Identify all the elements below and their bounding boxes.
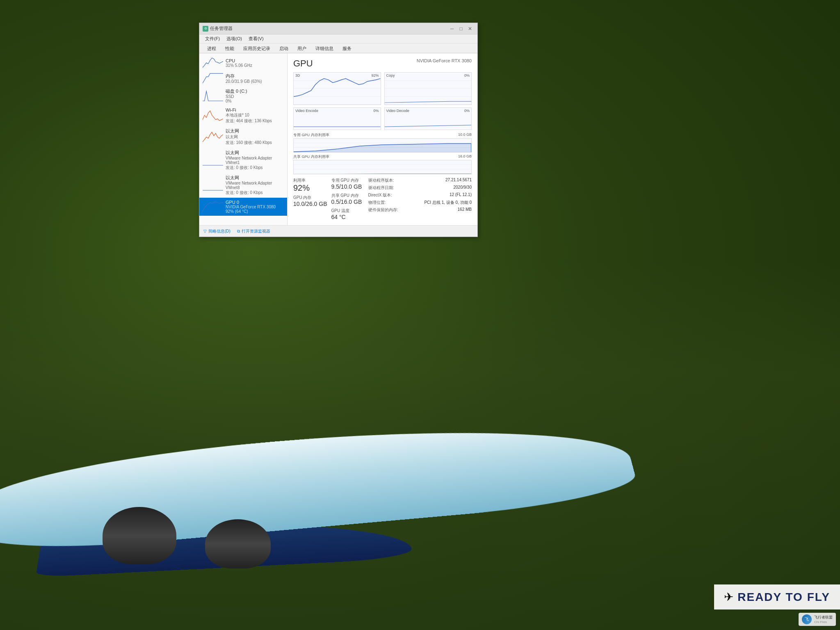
- gpu-label: GPU 0: [226, 200, 284, 205]
- stat-dedicated-mem: 专用 GPU 内存 9.5/10.0 GB: [331, 178, 364, 190]
- gpu-title: GPU: [293, 58, 313, 69]
- gpu-model: NVIDIA GeForce RTX 3080: [417, 58, 472, 63]
- sidebar-item-eth1[interactable]: 以太网 以太网 发送: 160 接收: 480 Kbps: [199, 126, 287, 148]
- eth3-sparkline: [203, 180, 223, 191]
- dedicated-mem-max: 10.0 GB: [458, 132, 472, 138]
- tab-users[interactable]: 用户: [293, 43, 311, 53]
- stat-col-main: 利用率 92% GPU 内存 10.0/26.0 GB: [293, 178, 327, 220]
- stats-section: 利用率 92% GPU 内存 10.0/26.0 GB 专用 GPU 内存 9.…: [293, 178, 472, 220]
- ready-to-fly-text: READY TO FLY: [737, 591, 830, 604]
- shared-mem-grid: [294, 160, 471, 174]
- sidebar-item-eth2[interactable]: 以太网 VMware Network Adapter VMnet1 发送: 0 …: [199, 148, 287, 173]
- plane-engine-1: [103, 507, 176, 564]
- gpu-mem-label: GPU 内存: [293, 195, 327, 201]
- shared-mem-section: 共享 GPU 内存利用率 16.0 GB: [293, 154, 472, 174]
- eth1-sparkline: [203, 131, 223, 143]
- tab-process[interactable]: 进程: [203, 43, 221, 53]
- minimize-button[interactable]: ─: [448, 25, 456, 33]
- chart-decode-value: 0%: [464, 109, 470, 113]
- title-bar: ⚙ 任务管理器 ─ □ ✕: [199, 23, 477, 34]
- sidebar-item-wifi[interactable]: Wi-Fi 本地连接* 10 发送: 464 接收: 136 Kbps: [199, 105, 287, 126]
- dedicated-mem-section: 专用 GPU 内存利用率 10.0 GB: [293, 132, 472, 153]
- stat-shared-mem: 共享 GPU 内存 0.5/16.0 GB: [331, 193, 364, 205]
- summary-link[interactable]: ▽ 简略信息(D): [203, 228, 231, 234]
- cpu-sparkline: [203, 57, 223, 68]
- mem-text-area: 内存 20.0/31.9 GB (63%): [226, 73, 284, 84]
- wifi-label: Wi-Fi: [226, 107, 284, 112]
- disk-label: 磁盘 0 (C:): [226, 88, 284, 94]
- tab-performance[interactable]: 性能: [221, 43, 239, 53]
- eth3-sub: VMware Network Adapter VMnet8: [226, 181, 284, 190]
- monitor-icon: ⧉: [237, 229, 240, 234]
- directx-value: 12 (FL 12.1): [450, 192, 472, 198]
- menu-view[interactable]: 查看(V): [246, 35, 266, 43]
- sidebar-item-disk[interactable]: 磁盘 0 (C:) SSD 0%: [199, 86, 287, 105]
- sidebar-item-cpu[interactable]: CPU 31% 5.06 GHz: [199, 55, 287, 71]
- tab-services[interactable]: 服务: [338, 43, 356, 53]
- eth2-sub: VMware Network Adapter VMnet1: [226, 156, 284, 165]
- chart-encode-value: 0%: [373, 109, 379, 113]
- wifi-text-area: Wi-Fi 本地连接* 10 发送: 464 接收: 136 Kbps: [226, 107, 284, 124]
- watermark: 飞 飞行者联盟 Chi Flies: [799, 613, 836, 626]
- task-manager-window: ⚙ 任务管理器 ─ □ ✕ 文件(F) 选项(O) 查看(V) 进程 性能 应用…: [199, 23, 478, 237]
- driver-date-value: 2020/9/30: [454, 185, 472, 191]
- driver-version-label: 驱动程序版本:: [368, 178, 394, 183]
- chart-3d-svg: [294, 73, 381, 105]
- watermark-sub: Chi Flies: [814, 620, 833, 624]
- plane-engine-2: [205, 519, 271, 568]
- cpu-label: CPU: [226, 58, 284, 63]
- temp-label: GPU 温度: [331, 208, 364, 214]
- eth1-sub2: 发送: 160 接收: 480 Kbps: [226, 140, 284, 146]
- gpu-sub2: 92% (64 °C): [226, 209, 284, 214]
- disk-text-area: 磁盘 0 (C:) SSD 0%: [226, 88, 284, 103]
- wifi-sparkline: [203, 110, 223, 121]
- wifi-sub: 本地连接* 10: [226, 112, 284, 118]
- tab-startup[interactable]: 启动: [275, 43, 293, 53]
- eth2-label: 以太网: [226, 150, 284, 156]
- hw-reserve-row: 硬件保留的内存: 162 MB: [368, 207, 472, 213]
- sidebar-item-memory[interactable]: 内存 20.0/31.9 GB (63%): [199, 71, 287, 86]
- content-area: CPU 31% 5.06 GHz 内存 20.0/31.9 GB (63%) 磁…: [199, 53, 477, 225]
- menu-bar: 文件(F) 选项(O) 查看(V): [199, 34, 477, 43]
- tab-details[interactable]: 详细信息: [311, 43, 338, 53]
- airplane-icon: ✈: [724, 590, 733, 604]
- wifi-sub2: 发送: 464 接收: 136 Kbps: [226, 118, 284, 124]
- gpu-mem-value: 10.0/26.0 GB: [293, 201, 327, 208]
- tab-app-history[interactable]: 应用历史记录: [239, 43, 275, 53]
- sidebar-item-eth3[interactable]: 以太网 VMware Network Adapter VMnet8 发送: 0 …: [199, 173, 287, 198]
- gpu-sparkline: [203, 201, 223, 212]
- resource-monitor-link[interactable]: ⧉ 打开资源监视器: [237, 228, 270, 234]
- shared-value: 0.5/16.0 GB: [331, 199, 364, 205]
- driver-version-row: 驱动程序版本: 27.21.14.5671: [368, 178, 472, 183]
- chart-copy-label: Copy: [386, 73, 395, 78]
- utilization-label: 利用率: [293, 178, 327, 183]
- hw-reserve-value: 162 MB: [458, 207, 472, 213]
- eth1-text-area: 以太网 以太网 发送: 160 接收: 480 Kbps: [226, 128, 284, 146]
- stat-utilization: 利用率 92%: [293, 178, 327, 192]
- gpu-text-area: GPU 0 NVIDIA GeForce RTX 3080 92% (64 °C…: [226, 200, 284, 214]
- dedicated-mem-grid: [294, 139, 471, 152]
- maximize-button[interactable]: □: [457, 25, 465, 33]
- shared-mem-chart: [293, 160, 472, 174]
- directx-row: DirectX 版本: 12 (FL 12.1): [368, 192, 472, 198]
- airplane-model: [0, 343, 840, 589]
- tab-bar: 进程 性能 应用历史记录 启动 用户 详细信息 服务: [199, 43, 477, 53]
- close-button[interactable]: ✕: [466, 25, 474, 33]
- location-value: PCI 总线 1, 设备 0, 功能 0: [424, 200, 472, 205]
- menu-file[interactable]: 文件(F): [203, 35, 222, 43]
- cpu-sub: 31% 5.06 GHz: [226, 63, 284, 68]
- sidebar-item-gpu[interactable]: GPU 0 NVIDIA GeForce RTX 3080 92% (64 °C…: [199, 198, 287, 216]
- sidebar: CPU 31% 5.06 GHz 内存 20.0/31.9 GB (63%) 磁…: [199, 53, 288, 225]
- disk-sub2: 0%: [226, 99, 284, 103]
- resource-label: 打开资源监视器: [242, 228, 270, 234]
- driver-date-row: 驱动程序日期: 2020/9/30: [368, 185, 472, 191]
- stat-col-details: 驱动程序版本: 27.21.14.5671 驱动程序日期: 2020/9/30 …: [368, 178, 472, 220]
- menu-options[interactable]: 选项(O): [224, 35, 244, 43]
- stat-temp: GPU 温度 64 °C: [331, 208, 364, 221]
- title-bar-controls: ─ □ ✕: [448, 25, 474, 33]
- shared-mem-header: 共享 GPU 内存利用率 16.0 GB: [293, 154, 472, 160]
- utilization-value: 92%: [293, 183, 327, 192]
- stat-gpu-mem: GPU 内存 10.0/26.0 GB: [293, 195, 327, 208]
- eth1-label: 以太网: [226, 128, 284, 134]
- chart-copy-svg: [385, 73, 472, 105]
